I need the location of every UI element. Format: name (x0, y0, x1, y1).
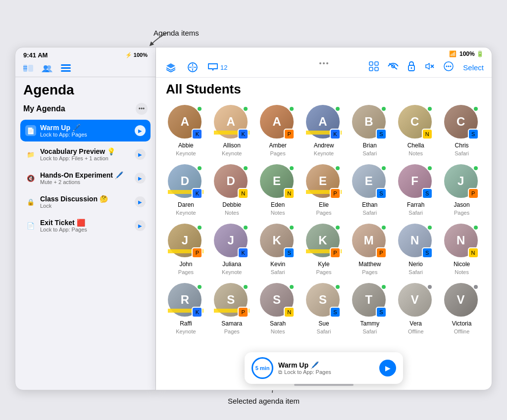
warm-up-text: Warm Up 🖊️ Lock to App: Pages (40, 124, 131, 138)
student-cell-juliana[interactable]: JKJulianaKeynote (210, 222, 254, 277)
status-dot-daren (197, 165, 203, 171)
app-badge-daren: K (192, 188, 203, 199)
inbox-badge[interactable]: 12 (207, 63, 227, 72)
student-cell-abbie[interactable]: AKAbbieKeynote (164, 103, 208, 158)
bottom-bar-subtitle: ⧉ Lock to App: Pages (278, 369, 374, 375)
more-options-button[interactable]: ••• (136, 103, 148, 115)
student-cell-daren[interactable]: DKDarenKeynote (164, 162, 208, 218)
agenda-item-warm-up[interactable]: 📄 Warm Up 🖊️ Lock to App: Pages ▶ (20, 120, 151, 141)
svg-rect-0 (23, 65, 27, 72)
student-cell-nerio[interactable]: NSNerioSafari (394, 222, 438, 277)
app-badge-chella: N (422, 129, 433, 140)
students-grid: AKAbbieKeynoteAKAllisonKeynoteAPAmberPag… (156, 100, 492, 390)
app-badge-nerio: S (422, 247, 433, 258)
student-cell-jason[interactable]: JPJasonPages (440, 162, 484, 218)
agenda-item-hands-on[interactable]: 🔇 Hands-On Experiment 🖊️ Mute + 2 action… (20, 167, 151, 189)
warm-up-play-button[interactable]: ▶ (135, 125, 146, 136)
student-cell-matthew[interactable]: MPMatthewPages (348, 222, 392, 277)
mute-icon[interactable] (424, 61, 434, 74)
right-status-bar: 📶 100% 🔋 (156, 47, 492, 58)
exit-ticket-play-button[interactable]: ▶ (135, 220, 146, 231)
student-cell-john[interactable]: JPJohnPages (164, 222, 208, 277)
agenda-item-exit-ticket[interactable]: 📄 Exit Ticket 🟥 Lock to App: Pages ▶ (20, 215, 151, 236)
student-cell-samara[interactable]: SPSamaraPages (210, 281, 254, 336)
student-cell-elie[interactable]: EPEliePages (302, 162, 346, 218)
svg-point-24 (450, 65, 452, 67)
student-cell-nicole[interactable]: NNNicoleNotes (440, 222, 484, 277)
compass-icon[interactable] (186, 60, 200, 74)
sidebar-toggle-icon[interactable] (21, 63, 35, 74)
agenda-item-class-discussion[interactable]: 🔒 Class Discussion 🤔 Lock ▶ (20, 191, 151, 213)
class-discussion-text: Class Discussion 🤔 Lock (40, 195, 131, 209)
student-cell-vera[interactable]: VVeraOffline (394, 281, 438, 336)
selected-agenda-bar[interactable]: 5 min Warm Up 🖊️ ⧉ Lock to App: Pages ▶ (245, 352, 403, 384)
student-cell-debbie[interactable]: DNDebbieNotes (210, 162, 254, 218)
student-cell-chella[interactable]: CNChellaNotes (394, 103, 438, 158)
grid-view-icon[interactable] (369, 61, 379, 74)
vocabulary-text: Vocabulary Preview 💡 Lock to App: Files … (40, 147, 131, 161)
student-name-victoria: Victoria (452, 320, 472, 327)
student-cell-amber[interactable]: APAmberPages (256, 103, 300, 158)
layers-icon[interactable] (164, 60, 178, 74)
svg-point-23 (448, 65, 450, 67)
student-cell-ethan[interactable]: ESEthanSafari (348, 162, 392, 218)
class-discussion-play-button[interactable]: ▶ (135, 196, 146, 207)
student-app-eden: Notes (271, 210, 285, 216)
student-cell-brian[interactable]: BSBrianSafari (348, 103, 392, 158)
student-cell-allison[interactable]: AKAllisonKeynote (210, 103, 254, 158)
my-agenda-label: My Agenda (23, 104, 65, 113)
hands-on-play-button[interactable]: ▶ (135, 173, 146, 184)
student-cell-victoria[interactable]: VVictoriaOffline (440, 281, 484, 336)
student-cell-andrew[interactable]: AKAndrewKeynote (302, 103, 346, 158)
list-icon[interactable] (59, 63, 73, 74)
student-cell-sarah[interactable]: SNSarahNotes (256, 281, 300, 336)
student-app-allison: Keynote (222, 150, 242, 156)
avatar-wrapper-allison: AK (214, 105, 250, 140)
lock-icon[interactable] (407, 61, 415, 74)
avatar-wrapper-brian: BS (352, 105, 388, 140)
app-badge-brian: S (376, 129, 387, 140)
status-dot-vera (427, 284, 433, 290)
status-dot-kyle (335, 225, 341, 231)
status-dot-john (197, 225, 203, 231)
people-icon[interactable] (40, 63, 54, 74)
student-app-nerio: Safari (408, 269, 423, 275)
agenda-item-vocabulary[interactable]: 📁 Vocabulary Preview 💡 Lock to App: File… (20, 143, 151, 165)
timer-circle: 5 min (252, 357, 273, 379)
status-dot-matthew (381, 225, 387, 231)
bottom-play-button[interactable]: ▶ (379, 360, 396, 376)
wifi-icon: 📶 (449, 50, 456, 57)
app-badge-tammy: S (376, 307, 387, 318)
class-discussion-title: Class Discussion 🤔 (40, 195, 131, 203)
app-badge-nicole: N (468, 247, 479, 258)
student-cell-chris[interactable]: CSChrisSafari (440, 103, 484, 158)
status-icons: ⚡ 100% (125, 52, 148, 58)
vocabulary-play-button[interactable]: ▶ (135, 149, 146, 160)
exit-ticket-title: Exit Ticket 🟥 (40, 219, 131, 227)
app-badge-raffi: K (192, 307, 203, 318)
student-cell-tammy[interactable]: TSTammySafari (348, 281, 392, 336)
select-button[interactable]: Select (463, 63, 484, 72)
inbox-count: 12 (220, 64, 227, 71)
student-name-debbie: Debbie (222, 201, 241, 208)
student-cell-kyle[interactable]: KPKylePages (302, 222, 346, 277)
student-cell-kevin[interactable]: KSKevinSafari (256, 222, 300, 277)
student-name-kyle: Kyle (318, 261, 329, 268)
student-cell-eden[interactable]: ENEdenNotes (256, 162, 300, 218)
student-cell-sue[interactable]: SSSueSafari (302, 281, 346, 336)
student-cell-raffi[interactable]: RKRaffiKeynote (164, 281, 208, 336)
student-app-tammy: Safari (362, 328, 377, 334)
student-name-farrah: Farrah (407, 201, 424, 208)
avatar-wrapper-kevin: KS (260, 224, 296, 259)
avatar-wrapper-sarah: SN (260, 283, 296, 319)
more-icon[interactable] (443, 61, 454, 74)
student-app-andrew: Keynote (314, 150, 334, 156)
student-name-eden: Eden (271, 201, 285, 208)
student-app-ethan: Safari (362, 210, 377, 216)
student-app-nicole: Notes (455, 269, 469, 275)
hide-icon[interactable] (388, 62, 399, 73)
student-cell-farrah[interactable]: FSFarrahSafari (394, 162, 438, 218)
student-name-andrew: Andrew (314, 142, 334, 149)
svg-rect-7 (61, 67, 71, 69)
avatar-wrapper-jason: JP (444, 164, 480, 200)
